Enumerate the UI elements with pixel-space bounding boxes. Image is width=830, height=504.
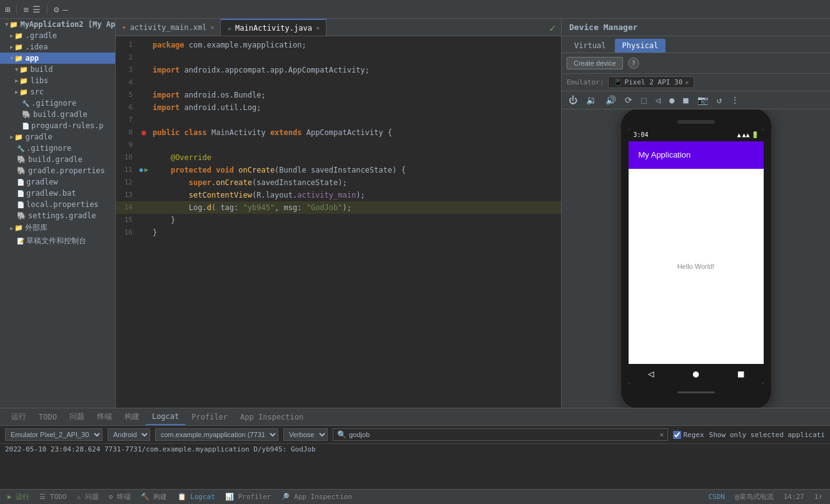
menu-icon[interactable]: ⊞ [5,4,10,14]
device-toolbar: ⏻ 🔉 🔊 ⟳ ⬚ ◁ ● ■ 📷 ↺ ⋮ [562,91,830,109]
line-number: 12 [116,176,138,189]
help-button[interactable]: ? [628,58,639,69]
regex-checkbox-label[interactable]: Regex [673,431,704,439]
tab-problems[interactable]: 问题 [63,408,91,425]
line-number: 10 [116,151,138,164]
camera-icon[interactable]: 📷 [696,94,710,106]
sidebar-item-proguard[interactable]: 📄 proguard-rules.p [0,120,115,131]
device-icon: 📱 [614,78,622,86]
back-nav-icon[interactable]: ◁ [648,368,654,380]
sidebar-item-src[interactable]: ▶ 📁 src [0,86,115,98]
emulator-tag: 📱 Pixel 2 API 30 ✕ [608,76,695,88]
show-selected-label[interactable]: Show only selected applicati [709,431,825,439]
tab-close-xml[interactable]: ✕ [210,24,214,31]
line-number: 5 [116,89,138,101]
minimize-icon[interactable]: — [63,4,68,14]
device-select[interactable]: Emulator Pixel_2_API_30 [5,428,103,441]
logcat-status[interactable]: 📋 Logcat [178,493,215,501]
sidebar-item-external-libs[interactable]: ▶ 📁 外部库 [0,221,115,234]
sidebar-item-gradle-props[interactable]: 🐘 gradle.properties [0,165,115,176]
breakpoint-icon[interactable]: ● [141,126,146,139]
rotate-icon[interactable]: ⟳ [623,94,634,106]
sidebar-item-app[interactable]: ▼ 📁 app [0,53,115,64]
tab-run[interactable]: 运行 [5,408,33,425]
tab-build[interactable]: 构建 [118,408,146,425]
logcat-search-box[interactable]: 🔍 ✕ [333,428,668,441]
sidebar-item-gitignore[interactable]: 🔧 .gitignore [0,143,115,154]
sidebar-item-build-gradle[interactable]: 🐘 build.gradle [0,154,115,165]
folder-icon: 📁 [14,43,23,51]
logcat-toolbar: Emulator Pixel_2_API_30 Android com.exam… [0,426,830,444]
sidebar-label: gradle [25,133,52,141]
tab-todo[interactable]: TODO [33,408,63,425]
logcat-output[interactable]: 2022-05-10 23:04:28.624 7731-7731/com.ex… [0,444,830,489]
tab-todo-label: TODO [39,413,57,421]
tab-activity-main[interactable]: ✦ activity_main.xml ✕ [116,19,221,36]
refresh-icon[interactable]: ↺ [715,94,724,106]
tab-app-inspection[interactable]: App Inspection [234,408,310,425]
sidebar-item-idea[interactable]: ▶ 📁 .idea [0,41,115,53]
recents-nav-icon[interactable]: ■ [738,368,744,380]
circle-icon[interactable]: ● [667,94,676,106]
tab-physical[interactable]: Physical [615,39,666,53]
app-select[interactable]: com.example.myapplication (7731 [155,428,278,441]
emulator-close-icon[interactable]: ✕ [685,79,689,86]
code-line-5: 5 import android.os.Bundle; [116,89,561,101]
folder-icon: 📁 [19,88,28,96]
sidebar-label: build.gradle [28,155,83,164]
sidebar-item-gradlew-bat[interactable]: 📄 gradlew.bat [0,188,115,199]
line-number: 7 [116,114,138,126]
code-editor[interactable]: 1 package com.example.myapplication; 2 3… [116,36,561,408]
line-content: @Override [150,151,561,164]
tab-virtual[interactable]: Virtual [567,39,614,53]
volume-down-icon[interactable]: 🔉 [584,94,599,106]
sidebar-item-gradlew[interactable]: 📄 gradlew [0,176,115,188]
line-content: package com.example.myapplication; [150,39,561,51]
home-nav-icon[interactable]: ● [693,368,699,380]
create-device-button[interactable]: Create device [567,57,623,69]
sidebar-item-gradle-root[interactable]: ▶ 📁 gradle [0,131,115,143]
back-icon[interactable]: ◁ [653,94,662,106]
stop-icon[interactable]: ■ [681,94,690,106]
tab-main-activity[interactable]: ☕ MainActivity.java ✕ [221,19,326,36]
editor-tabs-bar: ✦ activity_main.xml ✕ ☕ MainActivity.jav… [116,19,561,36]
tab-logcat[interactable]: Logcat [146,408,185,425]
scratch-icon: 📝 [17,238,24,244]
sidebar-item-scratch[interactable]: 📝 草稿文件和控制台 [0,234,115,248]
csdn-link[interactable]: CSDN [709,493,726,501]
tab-profiler[interactable]: Profiler [185,408,234,425]
sidebar-item-settings-gradle[interactable]: 🐘 settings.gradle [0,210,115,221]
regex-checkbox[interactable] [673,431,681,439]
sidebar-root[interactable]: ▼ 📁 MyApplication2 [My Ap [0,19,115,30]
tab-label: MainActivity.java [235,24,312,33]
line-content: setContentView(R.layout.activity_main); [150,189,561,201]
project-icon[interactable]: ≡ [23,4,28,14]
run-icon[interactable]: ▶ [144,164,149,176]
power-icon[interactable]: ⏻ [567,94,579,106]
tab-close-java[interactable]: ✕ [316,24,320,31]
settings-icon[interactable]: ⚙ [54,4,59,14]
top-toolbar: ⊞ ≡ ☰ ⚙ — [0,0,830,19]
more-icon[interactable]: ⋮ [729,94,741,106]
code-line-15: 15 } [116,214,561,226]
code-line-14: 14 Log.d( tag: "yb945", msg: "GodJob"); [116,201,561,214]
sidebar-item-libs[interactable]: ▶ 📁 libs [0,75,115,86]
structure-icon[interactable]: ☰ [33,4,41,14]
loglevel-select[interactable]: Verbose [283,428,328,441]
tab-terminal[interactable]: 终端 [91,408,118,425]
time-label: 14:27 [784,493,804,501]
sidebar-item-build-gradle-app[interactable]: 🐘 build.gradle [0,109,115,120]
logcat-search-input[interactable] [349,431,657,438]
sidebar-item-gradle[interactable]: ▶ 📁 .gradle [0,30,115,41]
file-icon: 📄 [17,201,24,208]
sidebar-item-gitignore-app[interactable]: 🔧 .gitignore [0,98,115,109]
sidebar-item-local-props[interactable]: 📄 local.properties [0,199,115,210]
volume-up-icon[interactable]: 🔊 [604,94,618,106]
clear-search-icon[interactable]: ✕ [659,430,664,439]
line-content: protected void onCreate(Bundle savedInst… [150,164,561,176]
screenshot-icon[interactable]: ⬚ [639,94,648,106]
platform-select[interactable]: Android [108,428,150,441]
folder-icon: 📁 [14,224,23,232]
bottom-tabs: 运行 TODO 问题 终端 构建 Logcat Profiler App Ins… [0,408,830,426]
sidebar-item-build[interactable]: ▼ 📁 build [0,64,115,75]
